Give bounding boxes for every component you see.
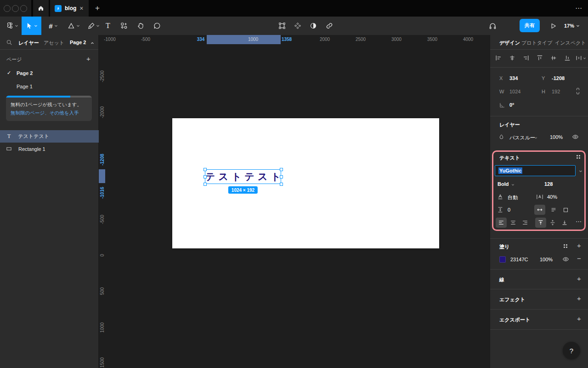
align-bottom-icon[interactable] <box>564 55 571 61</box>
page-selector[interactable]: Page 2 <box>70 40 86 45</box>
constrain-proportions-icon[interactable] <box>575 87 581 95</box>
hand-tool-button[interactable] <box>134 17 147 35</box>
fill-styles-icon[interactable] <box>564 244 567 248</box>
resources-tool-button[interactable] <box>118 17 130 35</box>
font-weight-value[interactable]: Bold <box>498 181 509 187</box>
text-more-options-icon[interactable]: ⋯ <box>576 218 582 225</box>
comment-tool-button[interactable] <box>151 17 164 35</box>
help-button[interactable]: ? <box>563 342 580 359</box>
layer-opacity-value[interactable]: 100% <box>550 134 563 140</box>
x-label: X <box>499 75 503 81</box>
rotation-value[interactable]: 0° <box>509 102 514 108</box>
chevron-down-icon[interactable] <box>534 136 537 139</box>
fill-color-swatch[interactable] <box>499 256 506 263</box>
blend-mode-value[interactable]: パススルー <box>509 134 535 141</box>
move-tool-button[interactable] <box>22 17 41 35</box>
fixed-size-button[interactable] <box>560 205 571 215</box>
x-value[interactable]: 334 <box>509 75 518 81</box>
zoom-menu[interactable]: 17% <box>564 17 580 35</box>
fill-visibility-eye-icon[interactable] <box>562 256 569 263</box>
chevron-down-icon[interactable] <box>579 169 582 173</box>
align-top-icon[interactable] <box>537 55 543 61</box>
selection-handle[interactable] <box>204 175 207 178</box>
tab-close-icon[interactable]: × <box>79 5 83 12</box>
layer-row-rectangle[interactable]: Rectangle 1 <box>0 143 99 155</box>
frame-tool-button[interactable]: # <box>44 17 62 35</box>
selection-handle[interactable] <box>204 168 207 171</box>
window-control-icon[interactable] <box>4 5 11 12</box>
font-family-input[interactable]: YuGothic <box>495 165 576 176</box>
window-control-icon[interactable] <box>12 5 19 12</box>
layer-row-text[interactable]: T テストテスト <box>0 130 99 143</box>
shape-tool-button[interactable] <box>64 17 83 35</box>
tab-bar: blog × + ⋯ <box>0 0 588 17</box>
add-export-button[interactable]: + <box>577 315 581 322</box>
chevron-down-icon[interactable] <box>511 183 514 186</box>
tab-layers[interactable]: レイヤー <box>18 40 39 46</box>
ruler-tick: 2000 <box>320 37 330 42</box>
align-left-icon[interactable] <box>495 55 502 61</box>
audio-call-button[interactable] <box>486 17 499 35</box>
distribute-menu-button[interactable] <box>576 55 586 61</box>
text-valign-middle-button[interactable] <box>547 218 558 228</box>
chevron-up-icon[interactable] <box>90 41 94 45</box>
upsell-upgrade-link[interactable]: 無制限のページ、その他を入手 <box>11 110 79 116</box>
selection-handle[interactable] <box>204 183 207 186</box>
y-value[interactable]: -1208 <box>552 75 565 81</box>
page-item-page1[interactable]: Page 1 <box>0 80 99 93</box>
tab-design[interactable]: デザイン <box>499 40 520 46</box>
page-item-page2[interactable]: ✓ Page 2 <box>0 67 99 80</box>
auto-height-button[interactable] <box>548 205 559 215</box>
tab-prototype[interactable]: プロトタイプ <box>521 40 553 46</box>
align-right-icon[interactable] <box>523 55 529 61</box>
line-height-value[interactable]: 自動 <box>508 194 518 201</box>
text-styles-icon[interactable] <box>577 155 580 159</box>
text-align-right-button[interactable] <box>520 218 531 228</box>
home-button[interactable] <box>33 0 49 17</box>
add-effect-button[interactable]: + <box>577 294 581 302</box>
selection-handle[interactable] <box>280 183 283 186</box>
use-as-mask-button[interactable] <box>307 17 320 35</box>
selection-handle[interactable] <box>280 168 283 171</box>
pen-tool-button[interactable] <box>85 17 103 35</box>
present-button[interactable] <box>547 17 560 35</box>
create-component-button[interactable] <box>291 17 304 35</box>
paragraph-spacing-value[interactable]: 0 <box>508 207 510 213</box>
main-menu-button[interactable] <box>3 17 21 35</box>
edit-object-button[interactable] <box>276 17 288 35</box>
remove-fill-button[interactable]: − <box>577 254 581 262</box>
visibility-eye-icon[interactable] <box>572 133 579 140</box>
window-controls[interactable] <box>0 0 31 17</box>
text-align-center-button[interactable] <box>508 218 519 228</box>
tab-inspect[interactable]: インスペクト <box>555 40 586 46</box>
text-tool-button[interactable]: T <box>102 17 114 35</box>
w-value[interactable]: 1024 <box>509 89 520 94</box>
font-size-value[interactable]: 128 <box>544 181 553 187</box>
add-page-button[interactable]: + <box>86 55 90 63</box>
selection-handle[interactable] <box>280 175 283 178</box>
selected-text-element[interactable]: テストテスト <box>205 169 281 184</box>
letter-spacing-value[interactable]: 40% <box>547 194 557 200</box>
fill-opacity-value[interactable]: 100% <box>540 257 553 262</box>
add-stroke-button[interactable]: + <box>577 275 581 282</box>
auto-width-button[interactable] <box>534 205 545 215</box>
text-align-left-button[interactable] <box>496 218 507 228</box>
align-horizontal-center-icon[interactable] <box>509 55 515 61</box>
fill-hex-value[interactable]: 23147C <box>510 257 528 262</box>
text-valign-bottom-button[interactable] <box>559 218 570 228</box>
canvas[interactable]: -1000 -500 334 1000 1358 2000 2500 3000 … <box>99 35 490 368</box>
text-valign-top-button[interactable] <box>535 218 546 228</box>
add-fill-button[interactable]: + <box>577 242 581 249</box>
tab-blog[interactable]: blog × <box>50 0 89 17</box>
pages-header: ページ <box>6 56 22 63</box>
window-control-icon[interactable] <box>20 5 27 12</box>
tab-assets[interactable]: アセット <box>44 40 64 46</box>
blend-mode-icon[interactable] <box>498 134 504 140</box>
h-value[interactable]: 192 <box>552 89 560 94</box>
new-tab-button[interactable]: + <box>91 0 104 17</box>
create-link-button[interactable] <box>323 17 336 35</box>
align-vertical-center-icon[interactable] <box>550 55 557 61</box>
share-button[interactable]: 共有 <box>520 19 540 32</box>
search-icon[interactable] <box>6 39 12 46</box>
window-more-icon[interactable]: ⋯ <box>575 0 582 17</box>
